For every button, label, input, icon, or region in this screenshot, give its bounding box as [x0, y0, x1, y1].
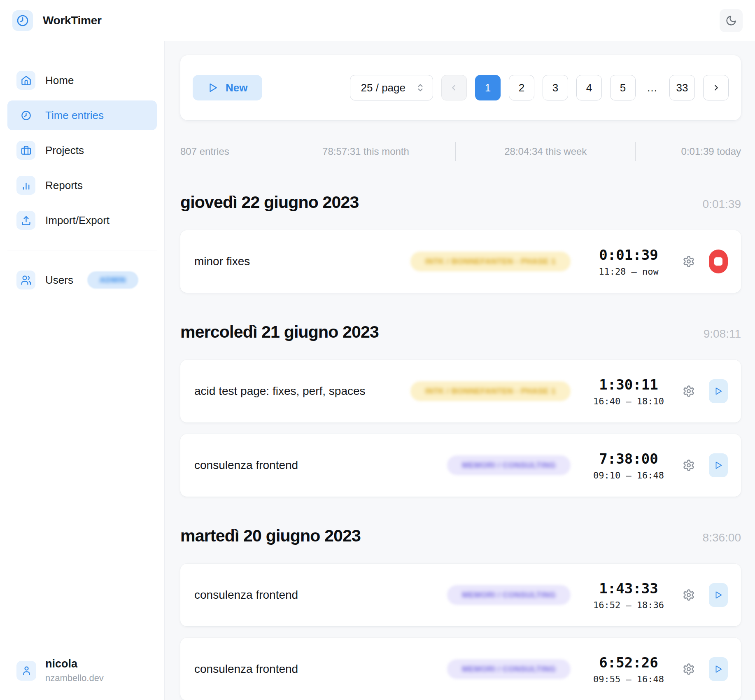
stat-today: 0:01:39 today — [636, 146, 741, 157]
page-button-3[interactable]: 3 — [543, 75, 568, 100]
stat-this-month: 78:57:31 this month — [276, 146, 456, 157]
gear-icon — [683, 255, 695, 268]
sidebar-item-home[interactable]: Home — [7, 65, 157, 95]
entry-name: consulenza frontend — [194, 459, 447, 472]
entry-time-range: 09:55 — 16:48 — [593, 674, 664, 684]
project-badge-label: INTK / BONNEFANTEN - PHASE 1 — [425, 257, 556, 266]
entry-duration: 0:01:39 — [599, 247, 658, 263]
entry-settings-button[interactable] — [683, 663, 695, 675]
gear-icon — [683, 385, 695, 397]
page-size-select[interactable]: 25 / page — [350, 75, 433, 100]
entry-settings-button[interactable] — [683, 385, 695, 397]
time-entry-card: consulenza frontend MEMORI / CONSULTING … — [180, 564, 741, 626]
day-section: martedì 20 giugno 2023 8:36:00 consulenz… — [180, 526, 741, 700]
sidebar-item-label: Import/Export — [45, 214, 110, 227]
sidebar: Home Time entries Projects Reports Impor… — [0, 41, 165, 700]
moon-icon — [725, 15, 737, 26]
gear-icon — [683, 663, 695, 675]
entry-time: 6:52:26 09:55 — 16:48 — [585, 654, 672, 684]
project-badge: MEMORI / CONSULTING — [447, 455, 571, 475]
project-badge: MEMORI / CONSULTING — [447, 585, 571, 605]
toolbar: New 25 / page 1 2 3 4 5 … 33 — [180, 55, 741, 120]
entry-name: acid test page: fixes, perf, spaces — [194, 385, 410, 398]
sidebar-item-users[interactable]: Users ADMIN — [7, 265, 157, 295]
time-entry-card: consulenza frontend MEMORI / CONSULTING … — [180, 434, 741, 497]
app-title: WorkTimer — [43, 14, 102, 27]
page-button-5[interactable]: 5 — [610, 75, 636, 100]
project-badge-label: MEMORI / CONSULTING — [462, 461, 556, 470]
entry-settings-button[interactable] — [683, 589, 695, 601]
time-entry-card: minor fixes INTK / BONNEFANTEN - PHASE 1… — [180, 230, 741, 293]
entry-name: minor fixes — [194, 255, 410, 268]
start-button[interactable] — [709, 657, 728, 681]
day-title: martedì 20 giugno 2023 — [180, 526, 361, 546]
day-total: 0:01:39 — [703, 198, 741, 211]
start-button[interactable] — [709, 583, 728, 607]
sidebar-item-label: Home — [45, 74, 74, 87]
prev-page-button[interactable] — [441, 75, 467, 100]
upload-icon — [16, 211, 35, 230]
project-badge-label: MEMORI / CONSULTING — [462, 590, 556, 600]
play-icon — [207, 82, 218, 93]
chevron-up-down-icon — [416, 82, 424, 93]
next-page-button[interactable] — [703, 75, 729, 100]
time-entry-card: consulenza frontend MEMORI / CONSULTING … — [180, 638, 741, 700]
entry-time: 7:38:00 09:10 — 16:48 — [585, 450, 672, 481]
entry-duration: 1:43:33 — [599, 580, 658, 597]
sidebar-item-import-export[interactable]: Import/Export — [7, 205, 157, 235]
play-icon — [714, 461, 723, 470]
chevron-right-icon — [711, 83, 720, 92]
stats-bar: 807 entries 78:57:31 this month 28:04:34… — [180, 140, 741, 163]
bar-chart-icon — [16, 176, 35, 195]
entry-time: 0:01:39 11:28 — now — [585, 247, 672, 277]
day-title: mercoledì 21 giugno 2023 — [180, 322, 379, 342]
app-logo — [12, 10, 33, 31]
entry-name: consulenza frontend — [194, 588, 447, 602]
stat-total-entries: 807 entries — [180, 146, 276, 157]
entry-name: consulenza frontend — [194, 663, 447, 676]
entry-settings-button[interactable] — [683, 255, 695, 268]
entry-duration: 1:30:11 — [599, 376, 658, 393]
play-icon — [714, 590, 723, 600]
entry-duration: 6:52:26 — [599, 654, 658, 671]
sidebar-item-label: Projects — [45, 144, 84, 157]
user-domain: nzambello.dev — [45, 673, 104, 684]
current-user[interactable]: nicola nzambello.dev — [16, 658, 104, 684]
page-button-4[interactable]: 4 — [576, 75, 602, 100]
pagination-ellipsis: … — [644, 82, 661, 94]
entry-time-range: 16:40 — 18:10 — [593, 396, 664, 406]
user-name: nicola — [45, 658, 104, 670]
stop-icon — [714, 257, 722, 266]
clock-icon — [16, 14, 29, 27]
entry-duration: 7:38:00 — [599, 450, 658, 467]
pagination: 25 / page 1 2 3 4 5 … 33 — [350, 75, 729, 100]
time-entry-card: acid test page: fixes, perf, spaces INTK… — [180, 360, 741, 422]
stop-button[interactable] — [709, 250, 728, 273]
page-button-last[interactable]: 33 — [669, 75, 695, 100]
page-button-2[interactable]: 2 — [509, 75, 534, 100]
clock-icon — [16, 106, 35, 125]
new-entry-button[interactable]: New — [193, 75, 262, 100]
admin-badge: ADMIN — [87, 271, 138, 289]
day-section: giovedì 22 giugno 2023 0:01:39 minor fix… — [180, 193, 741, 293]
user-icon — [16, 661, 36, 681]
gear-icon — [683, 459, 695, 471]
sidebar-item-label: Time entries — [45, 109, 104, 122]
sidebar-item-projects[interactable]: Projects — [7, 135, 157, 165]
entry-time: 1:30:11 16:40 — 18:10 — [585, 376, 672, 406]
sidebar-item-time-entries[interactable]: Time entries — [7, 100, 157, 130]
project-badge: INTK / BONNEFANTEN - PHASE 1 — [410, 381, 571, 401]
page-size-value: 25 / page — [361, 82, 405, 94]
sidebar-item-reports[interactable]: Reports — [7, 170, 157, 200]
entry-settings-button[interactable] — [683, 459, 695, 471]
start-button[interactable] — [709, 379, 728, 403]
play-icon — [714, 387, 723, 396]
start-button[interactable] — [709, 453, 728, 477]
page-button-1[interactable]: 1 — [475, 75, 501, 100]
project-badge-label: INTK / BONNEFANTEN - PHASE 1 — [425, 387, 556, 396]
home-icon — [16, 71, 35, 90]
app-header: WorkTimer — [0, 0, 755, 41]
users-icon — [16, 271, 35, 289]
theme-toggle-button[interactable] — [720, 9, 743, 32]
sidebar-item-label: Reports — [45, 179, 83, 192]
